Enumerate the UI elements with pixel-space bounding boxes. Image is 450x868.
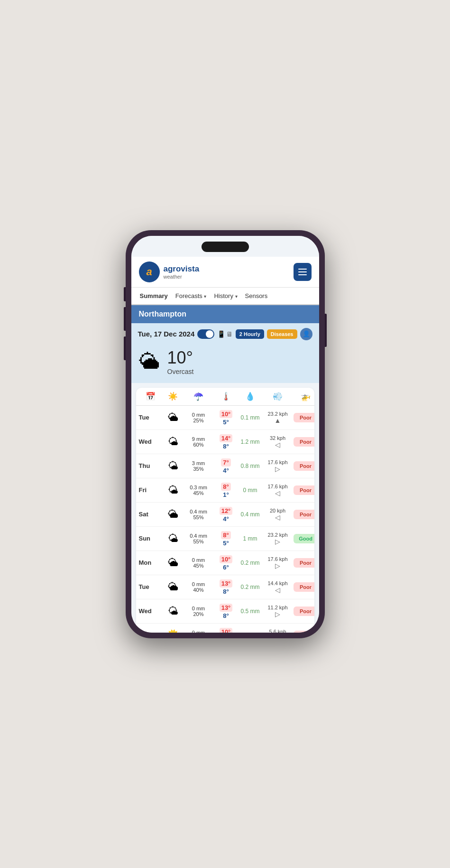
table-row: Thu 🌞 0 mm 20% 10° 6° 0 mm 5.6 kph ▲ Poo… xyxy=(136,624,314,633)
day-label: Thu xyxy=(139,632,163,633)
day-weather-icon: 🌤 xyxy=(163,484,184,496)
desktop-icon: 🖥 xyxy=(226,330,233,338)
table-row: Mon 🌥 0 mm 45% 10° 6° 0.2 mm 17.6 kph ▷ … xyxy=(136,551,314,575)
rain-actual: 0 mm xyxy=(239,487,262,494)
temp-high: 8° xyxy=(221,531,230,539)
day-weather-icon: 🌞 xyxy=(163,629,184,633)
day-weather-icon: 🌥 xyxy=(163,557,184,569)
spray-badge: Poor xyxy=(294,510,314,519)
spray-badge: Poor xyxy=(294,413,314,422)
power-btn xyxy=(325,314,327,347)
controls-right: 📱 🖥 2 Hourly Diseases 👤 xyxy=(197,328,312,340)
wind-arrow: ▲ xyxy=(262,417,294,424)
day-label: Sun xyxy=(139,535,163,542)
notch xyxy=(202,242,249,252)
rain-mm: 0.4 mm xyxy=(190,509,207,514)
rain-info: 0.4 mm 55% xyxy=(184,509,214,520)
logo-text-block: agrovista weather xyxy=(164,264,200,280)
nav-forecasts[interactable]: Forecasts ▾ xyxy=(173,290,210,301)
rain-actual: 0.4 mm xyxy=(239,511,262,518)
screen-content: agrovista weather Summary Forecasts ▾ Hi… xyxy=(131,236,319,633)
day-weather-icon: 🌤 xyxy=(163,460,184,472)
day-weather-icon: 🌥 xyxy=(163,411,184,424)
temp-low: 8° xyxy=(214,612,239,619)
logo-icon xyxy=(139,261,160,282)
rain-actual: 1 mm xyxy=(239,535,262,542)
current-weather: 🌥 10° Overcast xyxy=(131,343,319,383)
nav-history[interactable]: History ▾ xyxy=(211,290,240,301)
wind-arrow: ◁ xyxy=(262,513,294,521)
wind-info: 17.6 kph ▷ xyxy=(262,459,294,473)
th-temp-icon: 🌡️ xyxy=(214,392,239,401)
wind-speed: 17.6 kph xyxy=(267,556,287,562)
mobile-icon: 📱 xyxy=(217,330,225,338)
temp-info: 13° 8° xyxy=(214,579,239,595)
btn-user[interactable]: 👤 xyxy=(300,328,312,340)
rain-pct: 35% xyxy=(193,466,203,472)
th-water-icon: 💧 xyxy=(239,392,262,401)
day-label: Sat xyxy=(139,511,163,518)
temp-info: 7° 4° xyxy=(214,458,239,474)
temp-info: 10° 6° xyxy=(214,627,239,633)
day-label: Mon xyxy=(139,559,163,566)
temp-info: 12° 4° xyxy=(214,506,239,523)
wind-speed: 17.6 kph xyxy=(267,484,287,489)
nav-sensors[interactable]: Sensors xyxy=(242,290,271,301)
nav-summary[interactable]: Summary xyxy=(137,290,171,301)
menu-button[interactable] xyxy=(294,263,312,281)
temp-high: 10° xyxy=(220,410,233,418)
temp-high: 13° xyxy=(220,579,233,588)
wind-info: 32 kph ◁ xyxy=(262,435,294,448)
temp-info: 8° 5° xyxy=(214,531,239,547)
day-weather-icon: 🌥 xyxy=(163,508,184,521)
temp-info: 10° 6° xyxy=(214,555,239,571)
rain-actual: 0.5 mm xyxy=(239,608,262,615)
wind-speed: 11.2 kph xyxy=(267,605,287,610)
rain-info: 0.3 mm 45% xyxy=(184,485,214,496)
temp-low: 4° xyxy=(214,515,239,523)
volume-silent-btn xyxy=(124,287,126,301)
spray-badge: Poor xyxy=(294,607,314,616)
rain-info: 3 mm 35% xyxy=(184,460,214,472)
wind-arrow: ◁ xyxy=(262,586,294,594)
day-label: Tue xyxy=(139,414,163,421)
btn-diseases[interactable]: Diseases xyxy=(267,329,297,339)
temp-low: 8° xyxy=(214,588,239,595)
spray-badge: Good xyxy=(294,534,314,543)
day-label: Tue xyxy=(139,583,163,590)
spray-badge: Poor xyxy=(294,461,314,471)
current-condition: Overcast xyxy=(167,368,194,375)
table-row: Tue 🌥 0 mm 40% 13° 8° 0.2 mm 14.4 kph ◁ … xyxy=(136,575,314,599)
temp-high: 12° xyxy=(220,507,233,515)
day-weather-icon: 🌤 xyxy=(163,532,184,545)
menu-line-1 xyxy=(298,269,307,270)
rain-mm: 0 mm xyxy=(192,606,205,611)
table-row: Thu 🌤 3 mm 35% 7° 4° 0.8 mm 17.6 kph ▷ P… xyxy=(136,454,314,478)
current-weather-icon: 🌥 xyxy=(139,350,160,373)
wind-speed: 17.6 kph xyxy=(267,459,287,465)
wind-info: 17.6 kph ◁ xyxy=(262,484,294,497)
rain-actual: 1.2 mm xyxy=(239,439,262,445)
rain-actual: 0 mm xyxy=(239,632,262,633)
wind-info: 17.6 kph ▷ xyxy=(262,556,294,569)
table-row: Wed 🌤 0 mm 20% 13° 8° 0.5 mm 11.2 kph ▷ … xyxy=(136,599,314,624)
th-spray-icon: 🚁 xyxy=(294,392,314,401)
table-row: Sat 🌥 0.4 mm 55% 12° 4° 0.4 mm 20 kph ◁ … xyxy=(136,503,314,527)
temp-info: 8° 1° xyxy=(214,482,239,498)
rain-actual: 0.2 mm xyxy=(239,584,262,590)
rain-info: 9 mm 60% xyxy=(184,436,214,448)
rain-mm: 0 mm xyxy=(192,581,205,587)
temp-high: 14° xyxy=(220,434,233,442)
view-toggle[interactable] xyxy=(197,329,214,339)
rain-pct: 20% xyxy=(193,611,203,617)
temp-low: 8° xyxy=(214,443,239,450)
btn-2hourly[interactable]: 2 Hourly xyxy=(236,329,264,339)
day-weather-icon: 🌤 xyxy=(163,436,184,448)
spray-badge: Poor xyxy=(294,437,314,447)
rain-info: 0 mm 40% xyxy=(184,581,214,593)
spray-badge: Poor xyxy=(294,485,314,495)
rain-pct: 25% xyxy=(193,418,203,423)
rain-info: 0.4 mm 55% xyxy=(184,533,214,544)
temp-high: 10° xyxy=(220,628,233,633)
rain-mm: 3 mm xyxy=(192,460,205,466)
